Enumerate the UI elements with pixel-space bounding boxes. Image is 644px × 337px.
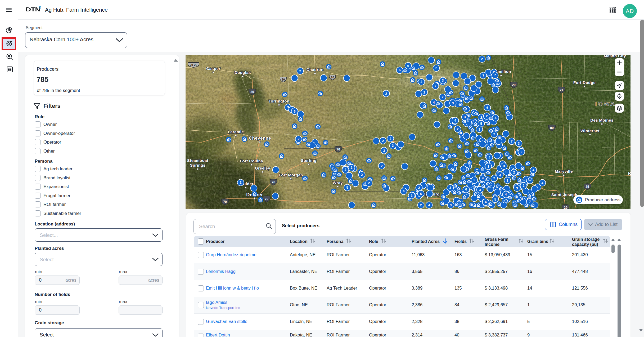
- svg-text:5: 5: [420, 192, 422, 196]
- svg-text:Ki: Ki: [628, 171, 631, 176]
- svg-text:2: 2: [486, 114, 488, 118]
- svg-text:20: 20: [331, 76, 334, 79]
- svg-text:2: 2: [457, 127, 459, 131]
- svg-text:4: 4: [489, 156, 490, 159]
- svg-text:Chadron: Chadron: [307, 67, 323, 72]
- svg-text:3: 3: [450, 203, 452, 207]
- svg-text:25: 25: [250, 90, 254, 94]
- svg-text:6: 6: [465, 188, 467, 191]
- svg-text:Wray: Wray: [333, 180, 343, 185]
- svg-text:2: 2: [390, 137, 391, 141]
- svg-text:2: 2: [420, 203, 422, 207]
- svg-text:Fort Morgan: Fort Morgan: [279, 173, 303, 177]
- svg-text:3: 3: [503, 164, 505, 168]
- svg-text:3: 3: [383, 149, 385, 153]
- svg-text:Laramie: Laramie: [228, 130, 244, 134]
- svg-text:7: 7: [511, 140, 513, 143]
- svg-text:4: 4: [542, 181, 543, 185]
- svg-text:5: 5: [506, 170, 507, 174]
- svg-text:35: 35: [586, 185, 589, 189]
- svg-text:2: 2: [481, 57, 483, 61]
- svg-text:2: 2: [421, 80, 422, 84]
- svg-text:4: 4: [485, 200, 487, 204]
- svg-text:76: 76: [336, 148, 340, 151]
- svg-text:70: 70: [265, 197, 268, 201]
- svg-text:Maryville: Maryville: [555, 169, 573, 174]
- svg-text:7: 7: [529, 200, 531, 204]
- svg-text:2: 2: [523, 184, 525, 188]
- svg-text:2: 2: [435, 66, 437, 70]
- svg-text:4: 4: [495, 116, 497, 120]
- svg-text:7: 7: [494, 73, 496, 77]
- svg-text:6: 6: [407, 64, 409, 68]
- svg-text:5: 5: [494, 198, 496, 201]
- svg-text:2: 2: [513, 171, 515, 174]
- svg-text:IOWA: IOWA: [595, 101, 616, 107]
- svg-text:3: 3: [516, 187, 518, 190]
- svg-text:3: 3: [507, 179, 508, 183]
- svg-text:3: 3: [479, 128, 480, 131]
- svg-text:76: 76: [272, 180, 275, 184]
- svg-text:2: 2: [382, 139, 384, 143]
- svg-text:Fort Dodge: Fort Dodge: [573, 80, 596, 85]
- svg-text:4: 4: [499, 174, 501, 177]
- svg-text:7: 7: [483, 74, 484, 78]
- svg-text:2: 2: [345, 168, 346, 172]
- svg-text:2: 2: [381, 164, 383, 168]
- svg-text:6: 6: [487, 106, 488, 110]
- svg-text:2: 2: [521, 150, 523, 154]
- svg-text:4: 4: [505, 193, 507, 196]
- svg-text:2: 2: [493, 176, 495, 180]
- svg-text:Mason City: Mason City: [604, 55, 626, 58]
- svg-text:6: 6: [399, 68, 401, 72]
- svg-text:2: 2: [474, 178, 475, 182]
- svg-text:3: 3: [442, 79, 444, 82]
- svg-text:2: 2: [385, 92, 387, 96]
- svg-text:2: 2: [351, 166, 353, 170]
- svg-text:Torrington: Torrington: [269, 99, 290, 103]
- svg-text:2: 2: [368, 181, 370, 185]
- svg-text:Springs: Springs: [190, 163, 206, 167]
- svg-text:Des Moines: Des Moines: [590, 118, 613, 122]
- svg-text:6: 6: [294, 110, 296, 113]
- svg-text:3: 3: [392, 144, 394, 148]
- svg-text:3: 3: [411, 194, 413, 198]
- svg-text:Sterling: Sterling: [301, 158, 316, 163]
- svg-text:4: 4: [428, 203, 430, 207]
- svg-text:29: 29: [512, 83, 516, 87]
- svg-text:3: 3: [518, 142, 520, 145]
- svg-text:2: 2: [480, 116, 482, 119]
- svg-text:7: 7: [435, 84, 436, 88]
- svg-text:4: 4: [403, 189, 405, 193]
- svg-text:Casper: Casper: [206, 66, 220, 71]
- svg-text:Fort Collins: Fort Collins: [240, 159, 263, 163]
- svg-text:3: 3: [449, 186, 451, 190]
- svg-text:2: 2: [418, 186, 420, 190]
- svg-text:4: 4: [433, 101, 435, 104]
- svg-text:Cheyenne: Cheyenne: [249, 136, 271, 141]
- svg-text:Greeley: Greeley: [255, 166, 270, 170]
- svg-text:71: 71: [560, 88, 563, 92]
- svg-text:2: 2: [299, 69, 301, 73]
- svg-text:2: 2: [361, 173, 363, 177]
- svg-text:2: 2: [424, 91, 425, 94]
- svg-text:3: 3: [488, 165, 489, 169]
- svg-text:2: 2: [442, 95, 444, 99]
- svg-text:3: 3: [463, 167, 465, 171]
- svg-text:Steamboat: Steamboat: [187, 158, 208, 163]
- svg-text:Winterset: Winterset: [580, 128, 600, 133]
- svg-text:2: 2: [240, 181, 242, 184]
- svg-text:Saint Joseph: Saint Joseph: [551, 192, 577, 197]
- svg-text:4: 4: [482, 176, 484, 180]
- svg-text:29: 29: [564, 206, 568, 210]
- svg-text:5: 5: [480, 122, 482, 126]
- svg-text:2: 2: [493, 132, 495, 136]
- svg-text:70: 70: [223, 200, 227, 204]
- svg-text:3: 3: [464, 115, 466, 119]
- svg-text:3: 3: [479, 188, 481, 192]
- svg-text:3: 3: [452, 101, 454, 105]
- svg-text:80: 80: [550, 126, 554, 130]
- svg-text:2: 2: [298, 137, 300, 141]
- svg-text:20·26: 20·26: [190, 63, 197, 66]
- svg-text:20: 20: [282, 78, 285, 81]
